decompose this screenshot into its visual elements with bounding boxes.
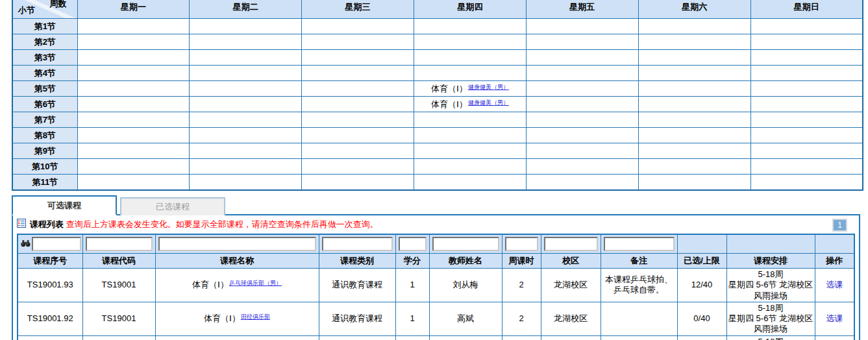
cell-quota — [677, 335, 726, 340]
timetable-cell — [526, 159, 638, 175]
timetable-cell: 体育（Ⅰ）健身健美（男） — [414, 81, 527, 97]
timetable-cell — [638, 112, 750, 128]
timetable-cell — [750, 19, 863, 34]
timetable-cell — [526, 112, 638, 128]
course-list-label: 课程列表 — [30, 219, 64, 229]
timetable-cell — [77, 159, 190, 175]
tab-selectable-courses[interactable]: 可选课程 — [12, 195, 117, 215]
timetable-cell — [750, 143, 863, 159]
cell-campus: 龙湖校区 — [541, 302, 601, 335]
filter-cell — [726, 234, 815, 254]
course-row: TS19001.92TS19001体育（Ⅰ）田径俱乐部通识教育课程1高斌2龙湖校… — [18, 302, 854, 335]
timetable-cell — [414, 66, 527, 81]
filter-input-7[interactable] — [544, 237, 598, 251]
timetable-cell — [77, 175, 190, 191]
cell-course-seq: TS19001.92 — [18, 302, 82, 335]
cell-schedule: 5-18周星期四 5-6节 龙湖校区风雨操场 — [726, 269, 815, 302]
filter-cell — [541, 234, 601, 254]
timetable-corner-cell: 周数 小节 — [12, 0, 77, 19]
timetable-cell — [190, 175, 302, 191]
day-header: 星期日 — [750, 0, 863, 19]
filter-input-2[interactable] — [158, 237, 316, 251]
timetable-cell — [302, 66, 414, 81]
cell-action: 选课 — [815, 269, 854, 302]
cell-remark: 本课程乒乓球拍、乒乓球自带。 — [601, 269, 677, 302]
timetable-cell — [526, 50, 638, 66]
timetable-cell — [77, 112, 190, 128]
period-label: 第10节 — [12, 159, 77, 175]
cell-teacher: 方伟 — [429, 335, 502, 340]
course-list-notice: 查询后上方课表会发生变化。如要显示全部课程，请清空查询条件后再做一次查询。 — [66, 219, 378, 229]
period-label: 第7节 — [12, 112, 77, 128]
day-header: 星期二 — [190, 0, 302, 19]
cell-quota: 12/40 — [677, 269, 726, 302]
timetable-cell — [638, 97, 750, 112]
select-course-link[interactable]: 选课 — [826, 313, 843, 323]
filter-cell — [429, 234, 502, 254]
timetable-cell — [302, 19, 414, 34]
course-note-link[interactable]: 健身健美（男） — [468, 99, 509, 106]
pagination-page-1[interactable]: 1 — [832, 219, 847, 232]
timetable-cell — [638, 159, 750, 175]
schedule-week: 5-18周 — [758, 337, 783, 340]
timetable-cell — [77, 97, 190, 112]
schedule-week: 5-18周 — [758, 269, 783, 279]
select-course-link[interactable]: 选课 — [826, 280, 843, 289]
cell-schedule: 5-18周星期四 5-6节 龙湖校区风雨操场 — [726, 302, 815, 335]
timetable-cell — [750, 175, 863, 191]
timetable-cell — [190, 97, 302, 112]
timetable-cell — [750, 128, 863, 143]
timetable-row: 第4节 — [12, 66, 863, 81]
timetable-cell — [414, 128, 527, 143]
filter-input-0[interactable] — [32, 237, 81, 251]
timetable-cell — [638, 175, 750, 191]
timetable-cell — [526, 175, 638, 191]
column-header-1: 课程代码 — [82, 254, 155, 269]
timetable-cell — [414, 143, 527, 159]
timetable-cell — [414, 159, 527, 175]
timetable-row: 第2节 — [12, 34, 863, 50]
filter-input-4[interactable] — [399, 237, 427, 251]
period-label: 第1节 — [12, 19, 77, 34]
cell-action: 选课 — [815, 302, 854, 335]
timetable-course-name: 体育（Ⅰ） — [431, 84, 467, 93]
timetable-cell — [190, 50, 302, 66]
cell-course-name: 体育（Ⅰ）乒乓球俱乐部（男） — [155, 269, 319, 302]
timetable-cell — [302, 97, 414, 112]
tab-selected-courses[interactable]: 已选课程 — [120, 197, 225, 215]
filter-input-5[interactable] — [432, 237, 499, 251]
filter-input-1[interactable] — [86, 237, 153, 251]
cell-course-seq — [18, 335, 82, 340]
timetable-cell — [77, 81, 190, 97]
filter-cell — [82, 234, 155, 254]
timetable-cell — [638, 143, 750, 159]
timetable-row: 第10节 — [12, 159, 863, 175]
timetable-cell — [526, 19, 638, 34]
timetable-cell — [77, 128, 190, 143]
day-header: 星期三 — [302, 0, 414, 19]
timetable-cell — [750, 66, 863, 81]
cell-course-code: TS19001 — [82, 302, 155, 335]
day-header: 星期一 — [77, 0, 190, 19]
filter-input-6[interactable] — [505, 237, 538, 251]
period-label: 第8节 — [12, 128, 77, 143]
filter-cell — [18, 234, 82, 254]
cell-campus: 龙湖校区 — [541, 335, 601, 340]
period-label: 第6节 — [12, 97, 77, 112]
filter-input-3[interactable] — [322, 237, 393, 251]
course-club-link[interactable]: 乒乓球俱乐部（男） — [229, 280, 282, 286]
timetable-cell — [302, 81, 414, 97]
cell-remark — [601, 302, 677, 335]
cell-course-name: 体育（Ⅰ）田径俱乐部 — [155, 302, 319, 335]
filter-input-8[interactable] — [604, 237, 675, 251]
course-list-title-bar: 课程列表查询后上方课表会发生变化。如要显示全部课程，请清空查询条件后再做一次查询… — [17, 218, 854, 232]
timetable-cell — [526, 81, 638, 97]
search-binoculars-icon[interactable] — [21, 238, 31, 250]
timetable-row: 第3节 — [12, 50, 863, 66]
cell-teacher: 高斌 — [429, 302, 502, 335]
timetable-cell — [414, 34, 527, 50]
timetable-cell — [77, 34, 190, 50]
course-note-link[interactable]: 健身健美（男） — [468, 84, 509, 90]
course-club-link[interactable]: 田径俱乐部 — [241, 313, 270, 320]
timetable-cell — [190, 159, 302, 175]
